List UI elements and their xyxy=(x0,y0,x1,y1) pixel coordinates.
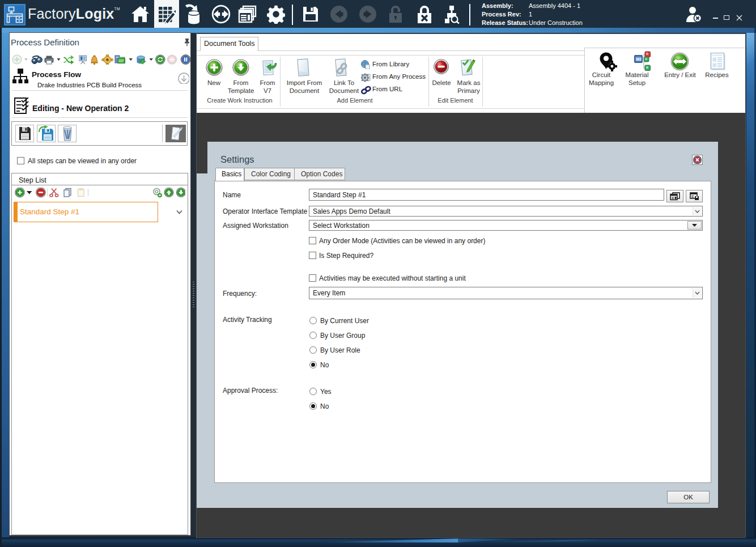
svg-text:M3: M3 xyxy=(636,57,642,61)
